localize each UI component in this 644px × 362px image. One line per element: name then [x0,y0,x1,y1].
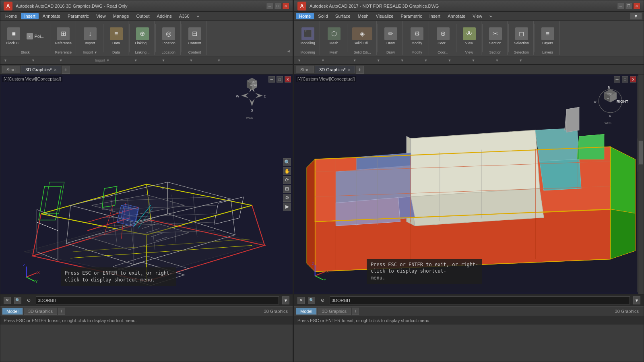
extents-btn-left[interactable]: ⊞ [283,185,291,193]
ribbon-dd-3[interactable]: ▼ [59,58,63,62]
menu-addins-left[interactable]: Add-ins [154,13,175,19]
ribbon-dd-5[interactable]: ▼ [162,58,165,62]
menu-view-left[interactable]: View [93,13,109,19]
tab-add-left[interactable]: + [62,66,70,74]
ribbon-btn-selection[interactable]: ◻ Selection [512,27,530,46]
menu-more-right[interactable]: » [486,13,495,19]
tab-start-right[interactable]: Start [296,66,314,73]
orbit-btn-left[interactable]: ⟳ [283,176,291,184]
model-tab-model-left[interactable]: Model [2,308,23,315]
cmd-x-btn-right[interactable]: ✕ [297,297,305,304]
r-dd-6[interactable]: ▼ [424,58,428,62]
ribbon-btn-draw[interactable]: ✏ Draw [382,27,400,46]
close-button-right[interactable]: ✕ [633,3,640,9]
ribbon-btn-modify[interactable]: ⚙ Modify [408,27,426,46]
ribbon-btn-location[interactable]: ◎ Location [160,27,178,46]
menu-parametric-left[interactable]: Parametric [64,13,92,19]
maximize-button-left[interactable]: □ [274,3,281,9]
menu-annotate-left[interactable]: Annotate [39,13,64,19]
tab-start-left[interactable]: Start [2,66,20,73]
menu-output-left[interactable]: Output [133,13,153,19]
menu-visualize-right[interactable]: Visualize [373,13,397,19]
viewport-maximize-right[interactable]: □ [622,76,628,83]
menu-home-left[interactable]: Home [2,13,20,19]
menu-home-right[interactable]: Home [296,13,314,19]
menu-annotate-right[interactable]: Annotate [444,13,469,19]
controls-btn-left[interactable]: ⚙ [283,194,291,202]
ribbon-btn-import[interactable]: ↓ Import [81,27,99,46]
close-button-left[interactable]: ✕ [282,3,289,9]
restore-button-right[interactable]: ❐ [625,3,632,9]
cmd-dropdown-right[interactable]: ▼ [633,296,640,304]
ribbon-dd-2[interactable]: ▼ [31,58,35,62]
cmd-dropdown-left[interactable]: ▼ [282,296,289,304]
cmd-magnify-btn-left[interactable]: 🔍 [14,297,21,304]
menu-manage-left[interactable]: Manage [110,13,132,19]
r-dd-8[interactable]: ▼ [471,58,475,62]
menu-more-left[interactable]: » [194,13,202,19]
tab-add-right[interactable]: + [356,66,364,74]
r-dd-9[interactable]: ▼ [495,58,499,62]
viewport-minimize-right[interactable]: ─ [614,76,620,83]
play-btn-left[interactable]: ▶ [283,203,291,211]
viewport-minimize-left[interactable]: ─ [268,76,275,83]
r-dd-4[interactable]: ▼ [377,58,380,62]
scrollbar-thumb-right[interactable] [638,141,643,165]
ribbon-btn-solidedit[interactable]: ◈ Solid Edi... [351,27,374,46]
command-input-left[interactable] [36,296,279,304]
cmd-x-btn-left[interactable]: ✕ [4,297,11,304]
r-dd-3[interactable]: ▼ [353,58,357,62]
menu-mesh-right[interactable]: Mesh [355,13,372,19]
ribbon-btn-modeling[interactable]: ⬛ Modeling [299,27,317,46]
pan-btn-left[interactable]: ✋ [283,167,291,175]
tab-3dgraphics-left[interactable]: 3D Graphics* ✕ [21,66,61,73]
ribbon-btn-section[interactable]: ✂ Section [487,27,504,46]
scrollbar-right[interactable] [638,74,644,294]
menu-insert-right[interactable]: Insert [426,13,444,19]
ribbon-dd-4[interactable]: ▼ [134,58,138,62]
r-dd-2[interactable]: ▼ [321,58,325,62]
ribbon-dd-7[interactable]: ▼ [217,58,221,62]
menu-parametric-right[interactable]: Parametric [397,13,425,19]
ribbon-btn-reference[interactable]: ⊞ Reference [54,27,74,46]
ribbon-btn-view-right[interactable]: 👁 View [460,27,478,46]
model-tab-3d-right[interactable]: 3D Graphics [318,308,351,315]
menu-surface-right[interactable]: Surface [332,13,354,19]
viewport-maximize-left[interactable]: □ [277,76,283,83]
ribbon-expand-btn[interactable]: ▼ [287,49,291,54]
r-dd-7[interactable]: ▼ [448,58,452,62]
viewport-left[interactable]: [-][Custom View][Conceptual] ─ □ ✕ [0,74,293,294]
ribbon-dd-6[interactable]: ▼ [190,58,193,62]
menu-a360-left[interactable]: A360 [176,13,193,19]
ribbon-btn-coord[interactable]: ⊕ Coor... [434,27,452,46]
ribbon-btn-mesh[interactable]: ⬡ Mesh [325,27,343,46]
menu-view-right[interactable]: View [469,13,485,19]
viewport-right[interactable]: [-][Custom View][Conceptual] ─ □ ✕ [294,74,644,294]
ribbon-dd-import[interactable]: Import ▼ [95,58,110,62]
minimize-button-left[interactable]: ─ [266,3,273,9]
model-tab-model-right[interactable]: Model [296,308,317,315]
tab-3dgraphics-right[interactable]: 3D Graphics* ✕ [315,66,355,73]
workspace-dropdown-right[interactable]: ▼ [630,12,642,20]
cmd-magnify-btn-right[interactable]: 🔍 [308,297,315,304]
menu-solid-right[interactable]: Solid [315,13,331,19]
viewport-close-left[interactable]: ✕ [285,76,291,83]
model-tab-add-right[interactable]: + [352,308,359,315]
tab-close-icon-left[interactable]: ✕ [54,68,57,72]
command-input-right[interactable] [330,296,630,304]
ribbon-btn-data[interactable]: ≡ Data [107,27,125,46]
ribbon-btn-block[interactable]: ■ Block D... [4,27,23,46]
zoom-in-btn-left[interactable]: 🔍 [283,158,291,166]
poi-btn[interactable]: · Poi... [25,33,46,40]
minimize-button-right[interactable]: ─ [617,3,624,9]
model-tab-add-left[interactable]: + [58,308,65,315]
menu-insert-left[interactable]: Insert [21,13,39,19]
ribbon-btn-linking[interactable]: ⊕ Linking... [134,27,151,46]
ribbon-btn-layers[interactable]: ≡ Layers [539,27,557,46]
ribbon-dd-1[interactable]: ▼ [4,58,7,62]
model-tab-3d-left[interactable]: 3D Graphics [24,308,57,315]
viewport-close-right[interactable]: ✕ [630,76,636,83]
r-dd-10[interactable]: ▼ [519,58,522,62]
tab-close-icon-right[interactable]: ✕ [347,68,351,72]
ribbon-btn-content[interactable]: ⊟ Content [186,27,204,46]
